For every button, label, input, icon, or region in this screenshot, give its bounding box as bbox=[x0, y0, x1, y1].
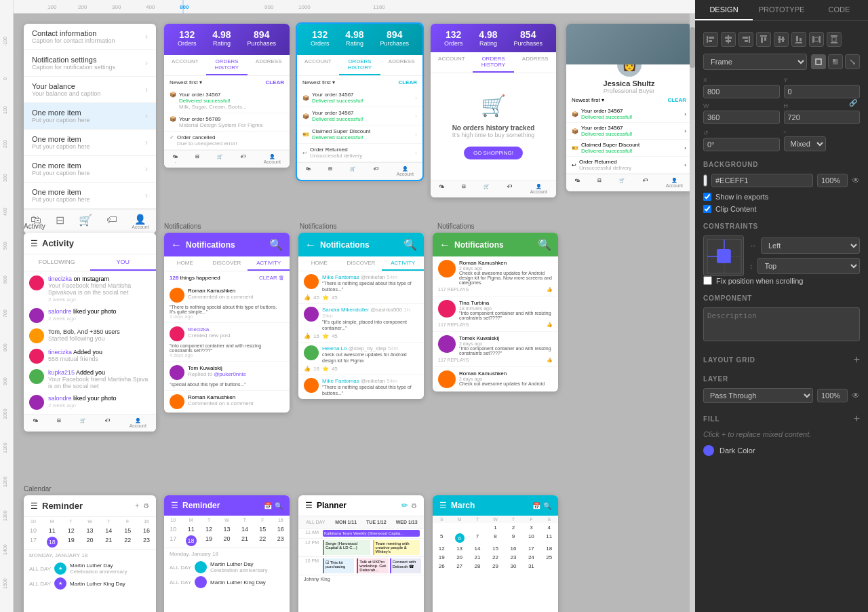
vertical-constraint-select[interactable]: Top bbox=[757, 258, 861, 274]
align-icons-row bbox=[703, 32, 860, 47]
svg-rect-41 bbox=[782, 37, 784, 42]
dist-v-icon[interactable] bbox=[827, 32, 842, 47]
layout-grid-header: LAYOUT GRID bbox=[703, 356, 755, 364]
frame-view-icon-1[interactable] bbox=[811, 54, 826, 69]
add-fill-btn[interactable]: + bbox=[854, 413, 860, 425]
align-middle-icon[interactable] bbox=[774, 32, 789, 47]
component-description[interactable] bbox=[703, 307, 860, 341]
notifications-label-1: Notifications bbox=[164, 223, 201, 230]
blend-mode-select[interactable]: Pass Through bbox=[703, 388, 813, 403]
svg-rect-40 bbox=[778, 36, 781, 43]
svg-text:1200: 1200 bbox=[3, 476, 7, 487]
tab-prototype[interactable]: PROTOTYPE bbox=[753, 0, 810, 20]
list-item[interactable]: Contact informationCaption for contact i… bbox=[24, 24, 156, 50]
dark-color-row: Dark Color bbox=[703, 445, 860, 456]
layer-header: LAYER bbox=[703, 375, 860, 383]
h-arrow-icon: ↔ bbox=[749, 242, 757, 250]
layer-opacity-input[interactable]: 100% bbox=[817, 389, 848, 402]
y-input[interactable]: 0 bbox=[784, 85, 861, 98]
rotation-input[interactable]: 0° bbox=[703, 138, 780, 151]
fix-scroll-checkbox[interactable] bbox=[703, 276, 712, 285]
svg-text:500: 500 bbox=[3, 242, 7, 250]
svg-rect-54 bbox=[833, 62, 835, 64]
dark-color-swatch[interactable] bbox=[703, 445, 714, 456]
fill-header: FILL bbox=[703, 415, 719, 423]
svg-text:1000: 1000 bbox=[298, 4, 311, 10]
x-label: X bbox=[703, 77, 780, 83]
svg-rect-50 bbox=[832, 37, 836, 41]
svg-text:1500: 1500 bbox=[3, 578, 7, 589]
layout-grid-section: LAYOUT GRID + bbox=[703, 353, 860, 366]
layer-visibility-icon[interactable]: 👁 bbox=[852, 391, 860, 400]
align-bottom-icon[interactable] bbox=[791, 32, 806, 47]
sidebar-list-frame: Contact informationCaption for contact i… bbox=[24, 24, 156, 233]
list-item[interactable]: One more itemPut your caption here › bbox=[24, 103, 156, 130]
svg-rect-45 bbox=[812, 36, 814, 43]
list-item[interactable]: One more itemPut your caption here › bbox=[24, 183, 156, 209]
svg-rect-30 bbox=[728, 35, 729, 43]
align-left-icon[interactable] bbox=[703, 32, 718, 47]
svg-rect-46 bbox=[819, 36, 821, 43]
v-arrow-icon: ↕ bbox=[749, 262, 753, 270]
list-item[interactable]: One more itemPut your caption here › bbox=[24, 156, 156, 183]
constraint-visual bbox=[703, 235, 744, 276]
show-exports-row: Show in exports bbox=[703, 193, 860, 201]
clip-content-row: Clip Content bbox=[703, 205, 860, 213]
orders-screen-3: 132Orders 4.98Rating 854Purchases ACCOUN… bbox=[431, 24, 556, 197]
bg-color-swatch[interactable] bbox=[703, 174, 707, 187]
bg-hex-input[interactable]: #ECEFF1 bbox=[711, 174, 813, 187]
svg-rect-55 bbox=[835, 62, 838, 64]
ruler-top: 100 200 300 400 . 800 900 1000 1160 bbox=[0, 0, 695, 14]
tab-code[interactable]: CODE bbox=[810, 0, 868, 20]
bg-section-header: BACKGROUND bbox=[703, 161, 860, 168]
align-center-h-icon[interactable] bbox=[721, 32, 736, 47]
svg-rect-36 bbox=[760, 35, 767, 37]
horizontal-constraint-row: ↔ Left bbox=[749, 237, 860, 254]
svg-text:1100: 1100 bbox=[3, 442, 7, 453]
svg-rect-51 bbox=[816, 59, 821, 64]
orders-screen-1: 132Orders 4.98Rating 894Purchases ACCOUN… bbox=[164, 24, 290, 168]
show-exports-checkbox[interactable] bbox=[703, 193, 711, 201]
list-item[interactable]: Your balanceYour balance and caption › bbox=[24, 77, 156, 103]
frame-type-row: Frame bbox=[703, 54, 860, 70]
corner-select[interactable]: Mixed bbox=[784, 136, 826, 151]
align-top-icon[interactable] bbox=[756, 32, 771, 47]
calendar-screen-1: ☰ Reminder + ⚙ 10MTWTF16 10111213141516 … bbox=[24, 495, 156, 612]
bg-opacity-input[interactable]: 100% bbox=[817, 174, 848, 187]
svg-text:900: 900 bbox=[264, 4, 274, 10]
frame-view-icon-2[interactable] bbox=[828, 54, 843, 69]
svg-text:100: 100 bbox=[47, 4, 57, 10]
orders-screen-2: 132Orders 4.98Rating 894Purchases ACCOUN… bbox=[297, 24, 422, 180]
vertical-constraint-row: ↕ Top bbox=[749, 258, 860, 274]
frame-resize-icon[interactable] bbox=[845, 54, 860, 69]
add-layout-grid-btn[interactable]: + bbox=[854, 353, 860, 366]
canvas-area: 100 200 300 400 . 800 900 1000 1160 -100… bbox=[0, 0, 695, 612]
svg-rect-47 bbox=[814, 37, 818, 41]
list-item[interactable]: Notification settingsCaption for notific… bbox=[24, 50, 156, 77]
list-item[interactable]: One more itemPut your caption here › bbox=[24, 130, 156, 156]
svg-rect-35 bbox=[745, 40, 748, 42]
activity-screen: ☰ Activity FOLLOWING YOU tinecizka on In… bbox=[24, 233, 156, 432]
svg-rect-31 bbox=[725, 37, 732, 39]
dist-h-icon[interactable] bbox=[809, 32, 824, 47]
svg-rect-38 bbox=[764, 37, 766, 41]
x-input[interactable]: 800 bbox=[703, 85, 780, 98]
svg-rect-32 bbox=[726, 40, 731, 42]
w-input[interactable]: 360 bbox=[703, 111, 780, 124]
h-input[interactable]: 720 bbox=[784, 111, 861, 124]
svg-text:400: 400 bbox=[146, 4, 155, 10]
svg-rect-42 bbox=[795, 42, 802, 43]
tab-design[interactable]: DESIGN bbox=[695, 0, 753, 20]
fix-scroll-row: Fix position when scrolling bbox=[703, 276, 860, 285]
horizontal-constraint-select[interactable]: Left bbox=[761, 237, 860, 254]
frame-type-select[interactable]: Frame bbox=[703, 54, 807, 70]
canvas-scrollbar[interactable] bbox=[690, 14, 695, 612]
constraint-controls: ↔ Left ↕ Top bbox=[703, 235, 860, 276]
align-right-icon[interactable] bbox=[738, 32, 753, 47]
notifications-screen-3: ← Notifications 🔍 Roman Kamushken2 days … bbox=[433, 233, 558, 391]
bg-visibility-icon[interactable]: 👁 bbox=[852, 176, 860, 185]
svg-rect-28 bbox=[709, 37, 714, 39]
clip-content-checkbox[interactable] bbox=[703, 205, 711, 213]
svg-rect-48 bbox=[831, 35, 837, 37]
notifications-screen-1: ← Notifications 🔍 HOME DISCOVER ACTIVITY… bbox=[164, 233, 290, 413]
